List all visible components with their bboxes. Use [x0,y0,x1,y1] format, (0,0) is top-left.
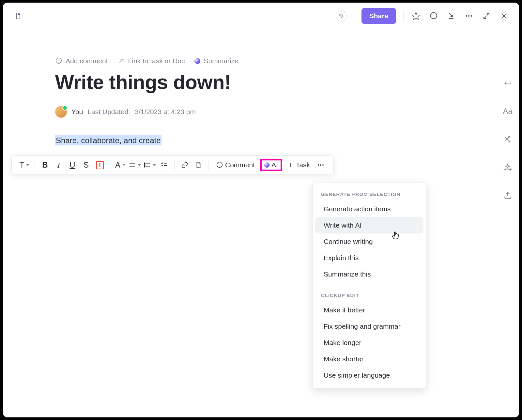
bullet-list-button[interactable] [144,159,156,171]
ai-dropdown: GENERATE FROM SELECTION Generate action … [312,183,426,388]
ai-section-header-1: GENERATE FROM SELECTION [313,188,426,201]
font-label: A [115,160,120,170]
svg-point-5 [470,15,472,16]
summarize-label: Summarize [204,57,238,65]
ai-icon [194,58,200,64]
chevron-down-icon [122,164,126,166]
align-button[interactable] [129,159,141,171]
last-updated-value: 3/1/2023 at 4:23 pm [135,108,196,116]
summarize-action[interactable]: Summarize [194,57,238,65]
right-rail: Aa [496,78,519,201]
bold-button[interactable]: B [39,159,51,171]
star-icon[interactable] [411,11,421,21]
ai-section-header-2: CLICKUP EDIT [313,289,426,302]
svg-point-2 [430,12,437,19]
svg-point-4 [468,15,469,16]
task-label: Task [296,161,310,169]
chevron-down-icon [138,164,141,166]
author-label: You [71,108,83,116]
more-icon[interactable] [464,11,474,21]
ai-menu-item[interactable]: Use simpler language [315,367,423,383]
comment-bubble-icon[interactable] [428,11,439,21]
svg-point-6 [56,58,62,64]
underline-button[interactable]: U [67,159,78,171]
comment-button[interactable]: Comment [213,159,257,171]
expand-icon[interactable] [481,11,492,21]
add-comment-label: Add comment [66,57,108,65]
ai-menu-item[interactable]: Continue writing [315,233,423,250]
export-icon[interactable] [502,190,513,201]
top-bar: Share [3,3,519,29]
floating-toolbar: T B I U S T A [11,155,334,175]
selected-text[interactable]: Share, collaborate, and create [55,135,161,145]
link-task-label: Link to task or Doc [128,57,185,65]
svg-point-3 [466,15,467,16]
strikethrough-button[interactable]: S [81,159,92,171]
svg-marker-1 [412,12,420,20]
text-style-label: T [20,160,24,170]
ai-menu-item[interactable]: Make it better [315,302,423,318]
comment-label: Comment [225,161,255,169]
svg-point-13 [322,164,324,166]
attach-doc-button[interactable] [193,159,204,171]
document-content: Add comment Link to task or Doc Summariz… [3,29,519,145]
divider [403,11,404,21]
divider [208,160,209,170]
task-button[interactable]: Task [285,159,313,171]
tag-icon[interactable] [336,10,347,22]
doc-meta-row: Add comment Link to task or Doc Summariz… [55,57,467,65]
ai-label: AI [271,161,278,169]
doc-title[interactable]: Write things down! [55,71,467,94]
ai-menu-item[interactable]: Write with AI [315,217,423,233]
share-button[interactable]: Share [361,8,396,24]
text-style-button[interactable]: T [19,159,30,171]
typography-icon[interactable]: Aa [502,106,513,117]
svg-point-10 [217,162,223,167]
text-color-button[interactable]: T [94,159,105,171]
ai-menu-item[interactable]: Make shorter [315,351,423,367]
ai-menu-item[interactable]: Fix spelling and grammar [315,318,423,335]
ai-menu-item[interactable]: Make longer [315,335,423,351]
svg-point-11 [318,164,319,166]
svg-point-9 [144,166,145,167]
ai-button[interactable]: AI [260,159,282,171]
svg-point-12 [320,164,321,166]
link-button[interactable] [179,159,190,171]
divider [174,160,175,170]
doc-byline: You Last Updated: 3/1/2023 at 4:23 pm [55,106,467,118]
toolbar-more-icon[interactable] [315,159,326,171]
indent-icon[interactable] [502,78,513,89]
svg-point-8 [144,165,145,166]
ai-menu-item[interactable]: Summarize this [315,266,423,282]
doc-icon[interactable] [13,11,23,21]
sparkle-icon[interactable] [502,162,513,173]
chevron-down-icon [153,164,156,166]
svg-point-7 [144,163,145,164]
checklist-button[interactable] [159,159,170,171]
svg-point-0 [340,15,340,15]
ai-menu-item[interactable]: Generate action items [315,201,423,217]
divider [35,160,35,170]
doc-body[interactable]: Share, collaborate, and create [55,136,467,145]
divider [110,160,110,170]
divider [313,286,426,286]
add-comment-action[interactable]: Add comment [55,57,108,65]
font-color-button[interactable]: A [115,159,126,171]
avatar[interactable] [55,106,67,118]
download-icon[interactable] [446,11,456,21]
divider [354,11,354,21]
close-icon[interactable] [499,11,509,21]
shuffle-icon[interactable] [502,134,513,145]
last-updated-label: Last Updated: [87,108,130,116]
chevron-down-icon [26,164,29,166]
ai-icon [264,162,269,168]
ai-menu-item[interactable]: Explain this [315,250,423,266]
italic-button[interactable]: I [53,159,64,171]
link-task-action[interactable]: Link to task or Doc [118,57,185,65]
